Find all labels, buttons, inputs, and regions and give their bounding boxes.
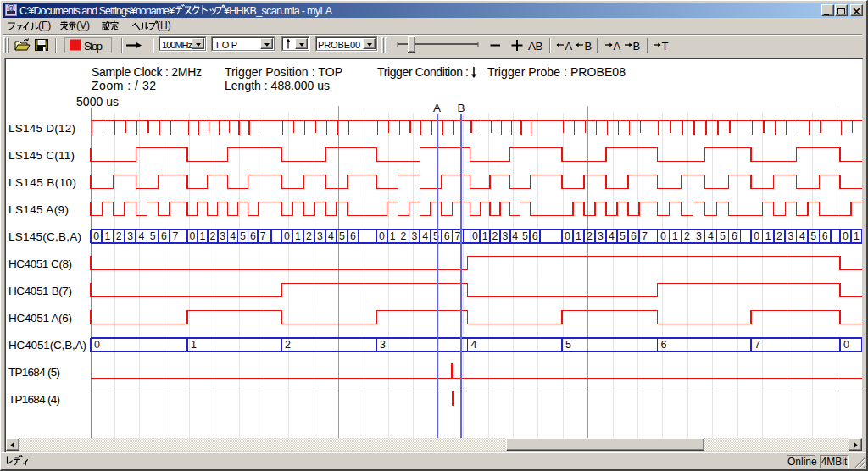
- svg-text:0: 0: [565, 230, 570, 242]
- svg-text:HC4051 A(6): HC4051 A(6): [8, 312, 72, 324]
- svg-text:1: 1: [295, 230, 301, 242]
- svg-text:4: 4: [708, 230, 714, 242]
- svg-text:0: 0: [472, 230, 478, 242]
- svg-text:LS145 D(12): LS145 D(12): [8, 122, 75, 135]
- svg-text:6: 6: [631, 230, 637, 242]
- svg-text:6: 6: [444, 230, 450, 242]
- svg-text:LS145 B(10): LS145 B(10): [8, 176, 76, 189]
- svg-text:Trigger Position : TOP: Trigger Position : TOP: [225, 65, 342, 79]
- svg-text:0: 0: [843, 339, 849, 351]
- svg-text:2: 2: [401, 230, 407, 242]
- svg-text:HC4051 C(8): HC4051 C(8): [8, 258, 72, 270]
- svg-text:B: B: [457, 102, 465, 114]
- svg-text:0: 0: [189, 230, 195, 242]
- svg-text:4: 4: [328, 230, 334, 242]
- svg-text:4: 4: [512, 230, 518, 242]
- svg-text:HC4051(C,B,A): HC4051(C,B,A): [8, 339, 86, 352]
- svg-text:A: A: [433, 102, 441, 114]
- svg-text:Sample Clock : 2MHz: Sample Clock : 2MHz: [92, 65, 202, 79]
- svg-text:0: 0: [379, 230, 385, 242]
- svg-text:1: 1: [105, 230, 111, 242]
- svg-text:3: 3: [787, 230, 793, 242]
- svg-text:4: 4: [138, 230, 144, 242]
- svg-text:2: 2: [684, 230, 690, 242]
- svg-text:5: 5: [810, 230, 816, 242]
- svg-text:6: 6: [350, 230, 356, 242]
- svg-text:LS145(C,B,A): LS145(C,B,A): [8, 230, 81, 243]
- svg-text:0: 0: [754, 230, 760, 242]
- svg-text:4: 4: [230, 230, 236, 242]
- svg-text:0: 0: [660, 230, 666, 242]
- svg-text:3: 3: [696, 230, 702, 242]
- svg-text:Length : 488.000 us: Length : 488.000 us: [225, 79, 330, 92]
- svg-text:6: 6: [532, 230, 538, 242]
- svg-text:2: 2: [587, 230, 593, 242]
- svg-text:6: 6: [822, 230, 828, 242]
- svg-text:5: 5: [150, 230, 156, 242]
- svg-text:1: 1: [576, 230, 581, 242]
- svg-text:LS145 A(9): LS145 A(9): [8, 203, 69, 216]
- svg-text:7: 7: [642, 230, 648, 242]
- svg-text:0: 0: [94, 339, 100, 351]
- svg-text:6: 6: [161, 230, 167, 242]
- svg-text:TP1684 (4): TP1684 (4): [8, 393, 60, 406]
- svg-text:1: 1: [672, 230, 678, 242]
- svg-text:Trigger Probe : PROBE08: Trigger Probe : PROBE08: [487, 65, 626, 79]
- svg-text:3: 3: [598, 230, 604, 242]
- svg-text:1: 1: [390, 230, 396, 242]
- svg-text:5: 5: [620, 230, 626, 242]
- svg-text:5: 5: [522, 230, 528, 242]
- svg-text:5: 5: [433, 230, 439, 242]
- svg-text:1: 1: [199, 230, 205, 242]
- svg-text:3: 3: [317, 230, 323, 242]
- svg-text:4: 4: [471, 339, 477, 351]
- svg-text:7: 7: [455, 230, 461, 242]
- svg-text:5: 5: [720, 230, 726, 242]
- svg-text:1: 1: [765, 230, 771, 242]
- svg-text:4: 4: [799, 230, 805, 242]
- svg-text:LS145 C(11): LS145 C(11): [8, 149, 75, 162]
- svg-text:0: 0: [843, 230, 849, 242]
- svg-text:2: 2: [306, 230, 312, 242]
- svg-text:2: 2: [285, 339, 291, 351]
- svg-text:1: 1: [482, 230, 488, 242]
- svg-text:7: 7: [260, 230, 266, 242]
- svg-text:1: 1: [191, 339, 197, 351]
- svg-text:3: 3: [380, 339, 386, 351]
- svg-text:4: 4: [609, 230, 615, 242]
- svg-text:2: 2: [776, 230, 782, 242]
- svg-text:5000 us: 5000 us: [76, 95, 119, 108]
- svg-text:6: 6: [250, 230, 256, 242]
- svg-text:Zoom : / 32: Zoom : / 32: [92, 79, 156, 92]
- svg-text:3: 3: [220, 230, 225, 242]
- svg-text:Trigger Condition :: Trigger Condition :: [377, 65, 469, 79]
- svg-text:3: 3: [411, 230, 417, 242]
- svg-text:2: 2: [209, 230, 215, 242]
- svg-text:TP1684 (5): TP1684 (5): [8, 366, 60, 379]
- svg-text:3: 3: [127, 230, 133, 242]
- svg-text:4: 4: [422, 230, 428, 242]
- svg-text:1: 1: [854, 230, 860, 242]
- svg-text:5: 5: [339, 230, 345, 242]
- svg-text:5: 5: [240, 230, 246, 242]
- svg-text:2: 2: [116, 230, 122, 242]
- svg-text:7: 7: [172, 230, 178, 242]
- svg-text:0: 0: [284, 230, 290, 242]
- svg-text:HC4051 B(7): HC4051 B(7): [8, 285, 72, 297]
- svg-text:6: 6: [732, 230, 737, 242]
- svg-text:2: 2: [492, 230, 498, 242]
- svg-text:0: 0: [93, 230, 99, 242]
- svg-text:3: 3: [502, 230, 508, 242]
- svg-text:5: 5: [565, 339, 571, 351]
- svg-text:6: 6: [661, 339, 667, 351]
- svg-text:7: 7: [754, 339, 760, 351]
